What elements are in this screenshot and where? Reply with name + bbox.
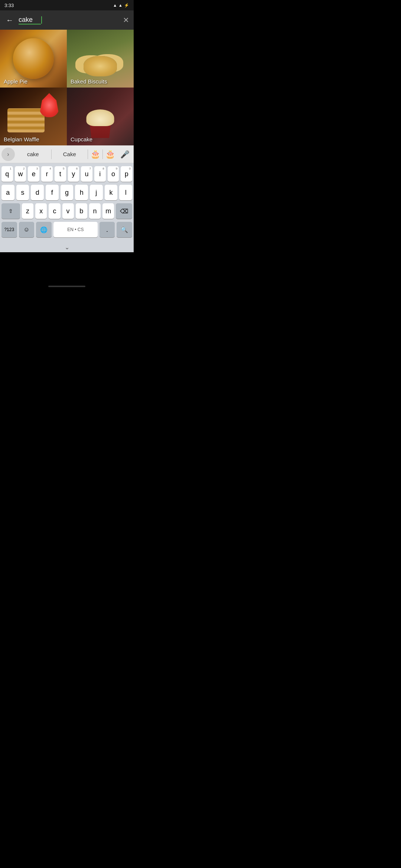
key-o[interactable]: 9o (108, 166, 119, 182)
food-item-belgian-waffle[interactable]: Belgian Waffle (0, 88, 67, 145)
key-l[interactable]: l (119, 185, 132, 200)
keyboard-row-1: 1q 2w 3e 4r 5t 6y 7u 8i 9o 0p (1, 166, 132, 182)
key-a[interactable]: a (1, 185, 14, 200)
status-icons: ▲ ▲ ⚡ (113, 3, 129, 8)
suggestion-cake-lower[interactable]: cake (15, 149, 51, 159)
key-t[interactable]: 5t (55, 166, 66, 182)
key-z[interactable]: z (22, 203, 33, 219)
food-item-apple-pie[interactable]: Apple Pie (0, 30, 67, 88)
status-bar: 3:33 ▲ ▲ ⚡ (0, 0, 134, 10)
keyboard-row-4: ?123 ☺ 🌐 EN • CS . 🔍 (1, 222, 132, 237)
hide-keyboard-button[interactable]: ⌄ (65, 244, 69, 251)
text-cursor (41, 16, 42, 24)
key-e[interactable]: 3e (28, 166, 39, 182)
search-bar: ← cake ✕ (0, 10, 134, 30)
globe-key[interactable]: 🌐 (36, 222, 52, 237)
search-input[interactable]: cake (19, 16, 41, 24)
key-d[interactable]: d (31, 185, 44, 200)
clear-button[interactable]: ✕ (123, 16, 129, 24)
back-button[interactable]: ← (4, 14, 15, 26)
key-w[interactable]: 2w (15, 166, 26, 182)
wifi-icon: ▲ (113, 3, 117, 7)
suggestions-list: cake Cake 🎂 🎂 (15, 149, 117, 159)
food-label-belgian-waffle: Belgian Waffle (4, 136, 39, 142)
key-j[interactable]: j (90, 185, 103, 200)
food-label-apple-pie: Apple Pie (4, 78, 27, 85)
search-key[interactable]: 🔍 (117, 222, 132, 237)
key-x[interactable]: x (35, 203, 47, 219)
bottom-bar: ⌄ (0, 242, 134, 252)
key-h[interactable]: h (75, 185, 88, 200)
key-r[interactable]: 4r (41, 166, 53, 182)
key-k[interactable]: k (105, 185, 118, 200)
keyboard: 1q 2w 3e 4r 5t 6y 7u 8i 9o 0p a s d f g … (0, 163, 134, 242)
suggestion-emoji-cake1[interactable]: 🎂 (88, 149, 102, 159)
emoji-key[interactable]: ☺ (19, 222, 35, 237)
key-s[interactable]: s (16, 185, 29, 200)
key-g[interactable]: g (61, 185, 74, 200)
key-v[interactable]: v (62, 203, 74, 219)
numbers-key[interactable]: ?123 (1, 222, 17, 237)
microphone-button[interactable]: 🎤 (117, 150, 132, 159)
key-p[interactable]: 0p (121, 166, 132, 182)
space-key[interactable]: EN • CS (53, 222, 98, 237)
suggestion-cake-upper[interactable]: Cake (51, 149, 88, 159)
food-label-cupcake: Cupcake (71, 136, 92, 142)
key-y[interactable]: 6y (68, 166, 79, 182)
search-input-container[interactable]: cake (19, 16, 119, 24)
key-u[interactable]: 7u (81, 166, 92, 182)
keyboard-row-3: ⇧ z x c v b n m ⌫ (1, 203, 132, 219)
battery-icon: ⚡ (124, 3, 129, 8)
shift-key[interactable]: ⇧ (1, 203, 20, 219)
signal-icon: ▲ (118, 3, 123, 7)
key-q[interactable]: 1q (1, 166, 13, 182)
food-grid: Apple Pie Baked Biscuits Belgian Waffle … (0, 30, 134, 145)
home-indicator (48, 286, 85, 287)
suggestions-bar: › cake Cake 🎂 🎂 🎤 (0, 145, 134, 163)
suggestion-emoji-cake2[interactable]: 🎂 (102, 149, 117, 159)
key-n[interactable]: n (89, 203, 101, 219)
key-f[interactable]: f (46, 185, 59, 200)
keyboard-row-2: a s d f g h j k l (1, 185, 132, 200)
chevron-right-icon: › (7, 151, 9, 158)
suggestions-expand-button[interactable]: › (1, 148, 15, 161)
food-item-cupcake[interactable]: Cupcake (67, 88, 134, 145)
key-m[interactable]: m (102, 203, 114, 219)
delete-key[interactable]: ⌫ (116, 203, 132, 219)
key-c[interactable]: c (49, 203, 60, 219)
status-time: 3:33 (4, 3, 14, 8)
food-label-baked-biscuits: Baked Biscuits (71, 78, 107, 85)
key-i[interactable]: 8i (94, 166, 106, 182)
key-b[interactable]: b (76, 203, 87, 219)
food-item-baked-biscuits[interactable]: Baked Biscuits (67, 30, 134, 88)
period-key[interactable]: . (100, 222, 115, 237)
